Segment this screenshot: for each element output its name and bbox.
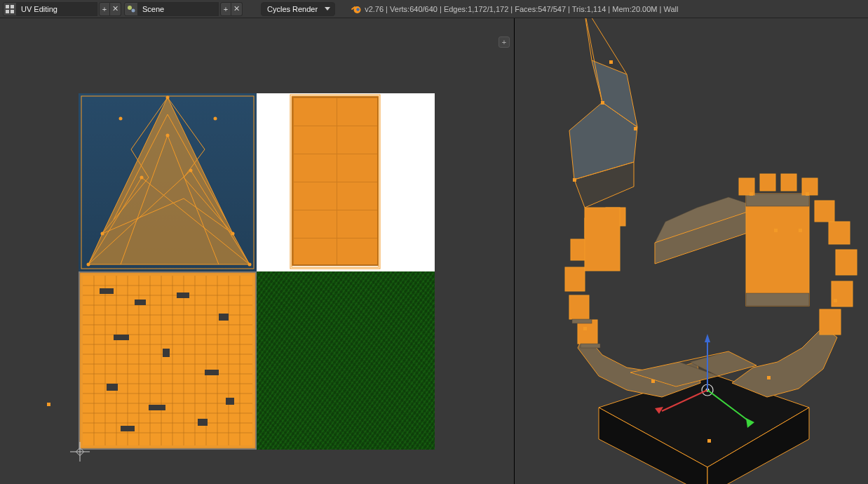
svg-rect-122 xyxy=(834,299,837,302)
svg-rect-86 xyxy=(820,309,841,335)
svg-rect-116 xyxy=(601,101,604,105)
uv-texture-canvas[interactable] xyxy=(79,93,435,450)
viewport-scene xyxy=(515,18,868,484)
svg-marker-111 xyxy=(705,334,710,342)
svg-rect-83 xyxy=(572,319,592,323)
stat-tris: 1,114 xyxy=(587,5,606,13)
stray-uv-vertex xyxy=(47,403,50,406)
svg-rect-92 xyxy=(746,194,809,206)
svg-rect-56 xyxy=(177,293,189,298)
svg-point-12 xyxy=(248,263,252,267)
svg-point-18 xyxy=(119,117,123,121)
render-engine-dropdown[interactable]: Cycles Render xyxy=(261,2,335,16)
svg-rect-127 xyxy=(774,229,778,232)
svg-rect-118 xyxy=(573,178,576,182)
layout-delete-button[interactable]: ✕ xyxy=(110,2,121,16)
svg-rect-57 xyxy=(219,314,229,321)
texture-quadrant-door xyxy=(257,93,435,271)
svg-rect-120 xyxy=(806,192,809,196)
svg-rect-117 xyxy=(634,127,637,130)
svg-rect-91 xyxy=(746,194,809,306)
scene-icon[interactable] xyxy=(124,2,138,16)
svg-point-4 xyxy=(128,6,132,10)
scene-add-button[interactable]: + xyxy=(220,2,231,16)
svg-rect-64 xyxy=(121,426,135,431)
svg-rect-23 xyxy=(80,273,255,448)
render-engine-label: Cycles Render xyxy=(267,5,318,13)
chevron-down-icon xyxy=(325,7,330,11)
layout-selector[interactable]: UV Editing + ✕ xyxy=(3,2,121,16)
svg-point-5 xyxy=(132,8,135,12)
svg-rect-126 xyxy=(609,60,613,64)
svg-rect-95 xyxy=(760,174,775,191)
svg-rect-121 xyxy=(583,327,587,330)
uv-overlay-roof xyxy=(79,93,257,271)
svg-rect-96 xyxy=(781,174,796,191)
svg-point-16 xyxy=(189,169,193,173)
stat-object: Wall xyxy=(663,5,678,13)
svg-point-10 xyxy=(166,96,170,100)
svg-rect-77 xyxy=(569,295,589,319)
svg-rect-3 xyxy=(11,10,14,13)
svg-rect-60 xyxy=(205,370,219,375)
stat-faces: 547/547 xyxy=(538,5,566,13)
uv-overlay-door xyxy=(257,93,435,271)
texture-quadrant-grass xyxy=(257,271,435,450)
svg-rect-2 xyxy=(6,10,9,13)
svg-rect-62 xyxy=(149,405,165,410)
uv-overlay-wall xyxy=(79,271,257,450)
layout-add-button[interactable]: + xyxy=(99,2,110,16)
texture-quadrant-roof xyxy=(79,93,257,271)
svg-rect-78 xyxy=(565,267,585,291)
main-split: + xyxy=(0,18,868,484)
svg-point-15 xyxy=(140,176,144,180)
3d-viewport[interactable] xyxy=(515,18,868,484)
svg-rect-125 xyxy=(767,376,771,379)
svg-rect-124 xyxy=(651,379,655,383)
info-header: UV Editing + ✕ Scene + ✕ Cycles Render v… xyxy=(0,0,868,18)
svg-rect-0 xyxy=(6,5,9,8)
svg-point-13 xyxy=(101,232,104,236)
svg-rect-119 xyxy=(750,192,753,196)
stat-mem: 20.00M xyxy=(632,5,658,13)
svg-rect-93 xyxy=(746,293,809,306)
svg-rect-90 xyxy=(815,201,834,222)
svg-marker-8 xyxy=(88,98,250,264)
svg-rect-87 xyxy=(832,281,853,307)
layout-name[interactable]: UV Editing xyxy=(17,2,97,16)
stat-verts: 640/640 xyxy=(409,5,438,13)
stat-edges: 1,172/1,172 xyxy=(468,5,508,13)
svg-rect-89 xyxy=(829,222,850,244)
svg-point-19 xyxy=(214,117,217,121)
svg-point-7 xyxy=(356,8,359,11)
svg-point-11 xyxy=(87,263,90,267)
stats-bar: v2.76 | Verts:640/640 | Edges:1,172/1,17… xyxy=(365,5,678,13)
region-split-widget[interactable]: + xyxy=(499,36,510,48)
svg-rect-61 xyxy=(107,384,118,391)
uv-image-editor[interactable]: + xyxy=(0,18,515,484)
scene-selector[interactable]: Scene + ✕ xyxy=(124,2,243,16)
svg-rect-21 xyxy=(292,96,379,267)
svg-rect-98 xyxy=(585,208,620,271)
svg-rect-123 xyxy=(707,439,711,443)
svg-rect-1 xyxy=(11,5,14,8)
scene-name[interactable]: Scene xyxy=(138,2,219,16)
layout-icon[interactable] xyxy=(3,2,17,16)
svg-rect-65 xyxy=(226,398,234,405)
svg-rect-63 xyxy=(198,419,208,426)
blender-icon xyxy=(351,4,362,15)
version-text: v2.76 xyxy=(365,5,384,13)
svg-rect-54 xyxy=(100,288,114,294)
svg-rect-88 xyxy=(836,250,857,275)
svg-rect-59 xyxy=(163,349,170,357)
svg-point-17 xyxy=(166,134,170,137)
svg-rect-55 xyxy=(135,300,146,305)
texture-quadrant-wall xyxy=(79,271,257,450)
svg-rect-82 xyxy=(581,344,600,348)
svg-rect-20 xyxy=(290,95,380,269)
svg-rect-58 xyxy=(114,335,129,340)
svg-rect-128 xyxy=(799,229,802,232)
scene-delete-button[interactable]: ✕ xyxy=(231,2,243,16)
svg-rect-97 xyxy=(802,178,818,195)
svg-point-14 xyxy=(231,232,235,236)
